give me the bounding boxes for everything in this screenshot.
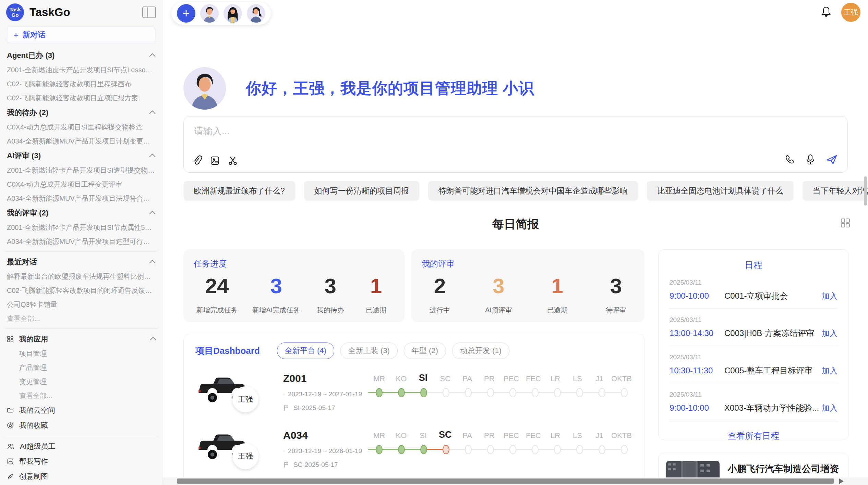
image-icon[interactable]: [210, 156, 220, 166]
section-title: 最近对话: [7, 257, 37, 267]
quick-access-pill: +: [171, 2, 271, 25]
stat-value: 2: [424, 274, 455, 298]
ai-super-staff[interactable]: AI超级员工: [4, 439, 158, 454]
app-item-change-mgmt[interactable]: 变更管理: [4, 375, 158, 389]
list-item[interactable]: C0X4-动力总成开发项目工程变更评审: [4, 177, 158, 191]
dates-text: 2023-12-19 ~ 2026-01-19: [288, 447, 362, 455]
app-item-project-mgmt[interactable]: 项目管理: [4, 347, 158, 361]
section-agent-done[interactable]: Agent已办 (3): [4, 48, 158, 63]
milestone-text: SC-2025-05-17: [293, 461, 338, 469]
send-icon[interactable]: [825, 154, 838, 165]
milestone-dot: [420, 388, 427, 397]
section-my-review[interactable]: 我的评审 (2): [4, 206, 158, 221]
section-recent-chats[interactable]: 最近对话: [4, 254, 158, 270]
filter-new-body[interactable]: 全新上装 (3): [340, 343, 398, 359]
help-me-write[interactable]: 帮我写作: [4, 454, 158, 469]
schedule-date: 2025/03/11: [670, 316, 837, 324]
new-chat-button[interactable]: + 新对话: [7, 27, 155, 43]
layout-grid-icon[interactable]: [840, 218, 851, 229]
chat-input[interactable]: [193, 126, 606, 137]
milestone-label: J1: [589, 374, 611, 383]
list-item[interactable]: C02-飞腾新能源轻客改款项目里程碑画布: [4, 77, 158, 91]
scissors-icon[interactable]: [228, 156, 238, 166]
schedule-time: 10:30-11:30: [670, 366, 724, 375]
paperclip-icon[interactable]: [192, 155, 202, 166]
milestone-label: SI: [412, 373, 434, 383]
milestone-dot: [398, 445, 405, 454]
people-icon: [7, 443, 14, 450]
scroll-right-arrow-icon[interactable]: [839, 478, 844, 484]
suggestion-chip[interactable]: 当下年轻人对汽车外观有怎样的喜好趋势: [803, 181, 868, 201]
section-my-todo[interactable]: 我的待办 (2): [4, 105, 158, 120]
chevron-up-icon: [149, 211, 155, 217]
view-all-chats[interactable]: 查看全部...: [4, 312, 158, 326]
list-item[interactable]: A034-全新新能源MUV产品开发项目计划变更表编写: [4, 134, 158, 148]
suggestion-chip[interactable]: 欧洲新规最近颁布了什么?: [183, 181, 295, 201]
new-chat-label: 新对话: [23, 30, 45, 40]
list-item[interactable]: C02-飞腾新能源轻客改款项目的闭环通告反馈情况: [4, 284, 158, 298]
milestone-dot: [420, 445, 427, 454]
list-item[interactable]: A034-全新新能源MUV产品开发项目造型可行性评审: [4, 235, 158, 249]
list-item[interactable]: C0X4-动力总成开发项目SI里程碑提交物检查: [4, 120, 158, 134]
add-conversation-button[interactable]: +: [177, 4, 195, 23]
list-item[interactable]: Z001-全新燃油轻卡产品开发项目SI节点属性5D文件评审: [4, 221, 158, 235]
milestone-dot: [532, 388, 539, 397]
list-item[interactable]: C02-飞腾新能源轻客改款项目立项汇报方案: [4, 91, 158, 105]
suggestion-chips: 欧洲新规最近颁布了什么? 如何写一份清晰的项目周报 特朗普可能对进口汽车增税会对…: [183, 181, 846, 201]
section-ai-review[interactable]: AI评审 (3): [4, 148, 158, 163]
milestone-line: [368, 442, 632, 457]
sidebar-header: Task Go TaskGo: [4, 0, 158, 25]
milestone-dot: [509, 388, 516, 397]
vertical-scrollbar-thumb[interactable]: [864, 176, 867, 206]
app-item-product-mgmt[interactable]: 产品管理: [4, 361, 158, 375]
milestone-dot: [487, 388, 494, 397]
stat-value: 3: [252, 274, 300, 298]
user-avatar[interactable]: 王强: [841, 3, 860, 22]
feather-pen-icon: [7, 473, 14, 480]
filter-new-platform[interactable]: 全新平台 (4): [277, 343, 334, 359]
list-item[interactable]: Z001-全新燃油轻卡产品开发项目SI造型提交物评审: [4, 163, 158, 177]
logo-text-top: Task: [9, 7, 21, 12]
avatar-member-3[interactable]: [247, 4, 265, 23]
schedule-time: 9:00-10:00: [670, 291, 724, 301]
sidebar-collapse-icon[interactable]: [142, 7, 156, 18]
suggestion-chip[interactable]: 如何写一份清晰的项目周报: [304, 181, 419, 201]
suggestion-chip[interactable]: 特朗普可能对进口汽车增税会对中国车企造成哪些影响: [428, 181, 638, 201]
filter-powertrain[interactable]: 动总开发 (1): [452, 343, 509, 359]
join-link[interactable]: 加入: [822, 403, 837, 413]
milestone-dot: [487, 445, 494, 454]
my-favorites[interactable]: 我的收藏: [4, 418, 158, 433]
stat-new-done: 24 新增完成任务: [196, 274, 238, 315]
milestone-label: FEC: [522, 431, 544, 440]
stat-value: 1: [542, 274, 573, 298]
view-all-apps[interactable]: 查看全部...: [4, 389, 158, 403]
project-row[interactable]: 王强 A034 2023-12-19 ~ 2026-01-19 SC-2025-…: [195, 430, 632, 469]
assistant-avatar: [183, 67, 226, 110]
stat-overdue: 1 已逾期: [542, 274, 573, 315]
schedule-item: 2025/03/11 9:00-10:00 X003-车辆动力学性能验... 加…: [669, 383, 838, 420]
phone-icon[interactable]: [784, 154, 795, 165]
join-link[interactable]: 加入: [822, 291, 837, 301]
avatar-member-1[interactable]: [200, 4, 219, 23]
view-all-schedule-link[interactable]: 查看所有日程: [669, 430, 838, 442]
microphone-icon[interactable]: [806, 154, 815, 165]
suggestion-chip[interactable]: 比亚迪全固态电池计划具体说了什么: [647, 181, 794, 201]
notification-bell-icon[interactable]: [821, 6, 832, 19]
list-item[interactable]: 公司Q3轻卡销量: [4, 298, 158, 312]
join-link[interactable]: 加入: [822, 328, 837, 339]
milestone-line: [368, 385, 632, 400]
avatar-member-2[interactable]: [224, 4, 242, 23]
horizontal-scrollbar-thumb[interactable]: [177, 478, 834, 484]
list-item[interactable]: A034-全新新能源MUV产品开发项目法规符合性评审: [4, 191, 158, 206]
stat-caption: 新增完成任务: [196, 306, 238, 315]
list-item[interactable]: Z001-全新燃油皮卡产品开发项目SI节点Lesson Learn报告: [4, 63, 158, 77]
filter-year-model[interactable]: 年型 (2): [404, 343, 446, 359]
my-apps-header[interactable]: 我的应用: [4, 332, 158, 347]
list-item[interactable]: 解释最新出台的欧盟报废车法规再生塑料比例被调至15%...: [4, 270, 158, 284]
dates-text: 2023-12-19 ~ 2027-01-19: [288, 390, 362, 398]
join-link[interactable]: 加入: [822, 365, 837, 376]
stat-caption: 进行中: [424, 306, 455, 315]
creative-drawing[interactable]: 创意制图: [4, 469, 158, 484]
my-cloud-space[interactable]: 我的云空间: [4, 403, 158, 418]
project-row[interactable]: 王强 Z001 2023-12-19 ~ 2027-01-19 SI-2025-…: [195, 373, 632, 412]
